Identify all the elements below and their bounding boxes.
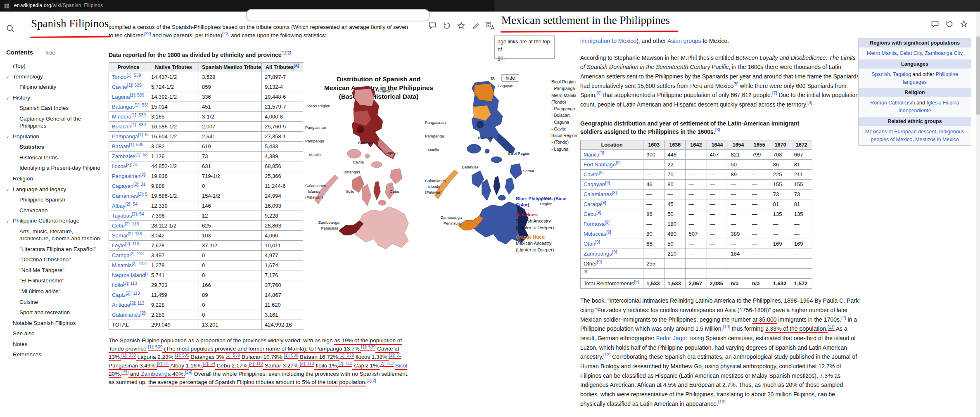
inline-link[interactable]: Cebu City (899, 50, 922, 56)
toc-item-religion[interactable]: Religion (6, 173, 104, 184)
reference-link[interactable]: [2]: 54 (132, 211, 144, 216)
toc-item-filipino-identity[interactable]: Filipino identity (6, 82, 104, 92)
reference-link[interactable]: [24] (121, 369, 129, 375)
reference-link[interactable]: [11] (828, 325, 835, 331)
reference-link[interactable]: [7] (772, 91, 777, 96)
reference-link[interactable]: [2]: 113 (300, 361, 314, 367)
toc-item--el-filibusterismo-[interactable]: "El Filibusterismo" (6, 275, 104, 286)
inline-link[interactable]: Cavite (112, 84, 127, 90)
watchstar-icon[interactable] (456, 21, 466, 31)
inline-link[interactable]: Calamianes (584, 191, 612, 197)
watchstar-icon[interactable] (959, 19, 969, 29)
reference-link[interactable]: [1]: 539 (175, 353, 189, 359)
reference-link[interactable]: [6] (597, 91, 602, 96)
chevron-down-icon[interactable]: ∨ (6, 75, 11, 80)
reference-link[interactable]: [1]: 539 (225, 353, 240, 359)
inline-link[interactable]: Zamboanga (141, 371, 171, 378)
reference-link[interactable]: [2]: 54 (126, 201, 138, 206)
inline-link[interactable]: Roman Catholicism (870, 100, 915, 106)
reference-link[interactable]: [9] (612, 190, 617, 195)
inline-link[interactable]: Zamboanga City (925, 50, 963, 56)
toc-item-captaincy-general-of-the-philippines[interactable]: Captaincy General of the Philippines (6, 114, 104, 131)
reference-link[interactable]: [1]: 539 (131, 112, 146, 117)
inline-link[interactable]: Tagalog (893, 71, 911, 77)
reference-link[interactable]: [12] (603, 353, 611, 358)
toc-item--top-[interactable]: (Top) (6, 61, 104, 71)
reference-link[interactable]: [1]: 539 (138, 132, 148, 137)
reference-link[interactable]: [2]: 113 (338, 361, 352, 367)
toc-item-statistics[interactable]: Statistics (6, 142, 104, 152)
reference-link[interactable]: [9] (584, 269, 588, 274)
reference-link[interactable]: [1]: 539 (284, 353, 298, 359)
toc-item--noli-me-t-ngere-[interactable]: "Noli Me Tángere" (6, 265, 104, 276)
reference-link[interactable]: [9] (616, 160, 621, 165)
history-icon[interactable] (944, 19, 954, 29)
reference-link[interactable]: [1]: 539 (148, 344, 162, 351)
chevron-down-icon[interactable]: ∨ (6, 96, 11, 101)
reference-link[interactable]: [a] (294, 63, 299, 68)
reference-link[interactable]: [2]: 54 (203, 361, 215, 367)
inline-link[interactable]: Iloilo (112, 282, 123, 288)
chevron-down-icon[interactable]: ∨ (6, 135, 11, 140)
address-url[interactable]: en.wikipedia.org/wiki/Spanish_Filipinos (14, 2, 103, 8)
inline-link[interactable]: Fedor Jagor (656, 335, 687, 341)
reference-link[interactable]: [2]: 31 (133, 181, 145, 186)
inline-link[interactable]: Tayabas (112, 213, 132, 219)
edit-pencil-icon[interactable] (471, 21, 481, 31)
reference-link[interactable]: [2]: 31 (126, 161, 138, 166)
reference-link[interactable]: [1]: 539 (131, 122, 146, 127)
reference-link[interactable]: [1]: 539 (339, 353, 354, 359)
toc-item-spanish-east-indies[interactable]: Spanish East Indies (6, 103, 104, 114)
reference-link[interactable]: [2]: 113 (125, 241, 139, 246)
reference-link[interactable]: [1]: 539 (126, 72, 141, 77)
comments-icon[interactable] (930, 19, 940, 29)
inline-link[interactable]: Calamianes (112, 312, 140, 318)
inline-link[interactable]: Laguna (112, 94, 130, 100)
reference-link[interactable]: [9] (595, 239, 600, 244)
inline-link[interactable]: Zambales (112, 153, 135, 159)
toc-item-see-also[interactable]: See also (6, 328, 104, 339)
reference-link[interactable]: [8] (807, 100, 812, 105)
inline-link[interactable]: Camarines (112, 193, 138, 199)
reference-link[interactable]: [1]: 539 (127, 82, 142, 87)
toc-item-sport-and-recreation[interactable]: Sport and recreation (6, 307, 104, 318)
comments-icon[interactable] (427, 21, 437, 31)
reference-link[interactable]: [1]: 539 (129, 142, 143, 147)
inline-link[interactable]: Cavite (584, 171, 599, 178)
reference-link[interactable]: [2]: 113 (140, 310, 148, 315)
toc-item-philippine-cultural-heritage[interactable]: ∨Philippine Cultural heritage (6, 216, 104, 226)
toc-item-philippine-spanish[interactable]: Philippine Spanish (6, 194, 104, 205)
inline-link[interactable]: Bulacan (112, 123, 131, 130)
inline-link[interactable]: Tondo (112, 74, 126, 80)
inline-link[interactable]: Cebu (584, 211, 596, 217)
inline-link[interactable]: Caraga (112, 252, 130, 258)
reference-link[interactable]: [2]: 54 (138, 191, 148, 196)
inline-link[interactable]: Spanish (871, 71, 890, 77)
inline-link[interactable]: Moluccas (584, 231, 606, 237)
toc-item--literatura-filipina-en-espa-ol-[interactable]: "Literatura Filipina en Español" (6, 244, 104, 255)
reference-link[interactable]: [24] (185, 369, 192, 374)
inline-link[interactable]: Asian groups (667, 38, 701, 44)
hide-button[interactable]: hide (501, 74, 519, 82)
toc-item--mi-ltimo-adi-s-[interactable]: "Mi último adiós" (6, 286, 104, 297)
inline-link[interactable]: Cebu (112, 223, 125, 229)
reference-link[interactable]: [2]: 113 (130, 251, 144, 256)
reference-link[interactable]: [2]: 113 (123, 280, 137, 285)
reference-link[interactable]: [9] (605, 180, 610, 185)
reference-link[interactable]: [1]: 539 (130, 92, 144, 97)
reference-link[interactable]: [9] (597, 259, 602, 264)
inline-link[interactable]: Albay (112, 203, 126, 209)
toc-item-notes[interactable]: Notes (6, 339, 104, 350)
chevron-down-icon[interactable]: ∨ (6, 219, 11, 224)
scrollbar-track[interactable] (976, 12, 980, 417)
reference-link[interactable]: [23] (222, 31, 230, 36)
search-icon[interactable] (6, 24, 15, 35)
reference-link[interactable]: [13] (718, 399, 726, 404)
reference-link[interactable]: [9] (601, 200, 606, 205)
toc-item--doctrina-christiana-[interactable]: "Doctrina Christiana" (6, 254, 104, 265)
reference-link[interactable]: [2]: 31 (389, 353, 401, 359)
inline-link[interactable]: Bicol (395, 363, 407, 370)
reference-link[interactable]: [1][2] (282, 50, 291, 55)
reference-link[interactable]: [9] (606, 230, 611, 235)
toc-item-notable-spanish-filipinos[interactable]: Notable Spanish Filipinos (6, 318, 104, 329)
